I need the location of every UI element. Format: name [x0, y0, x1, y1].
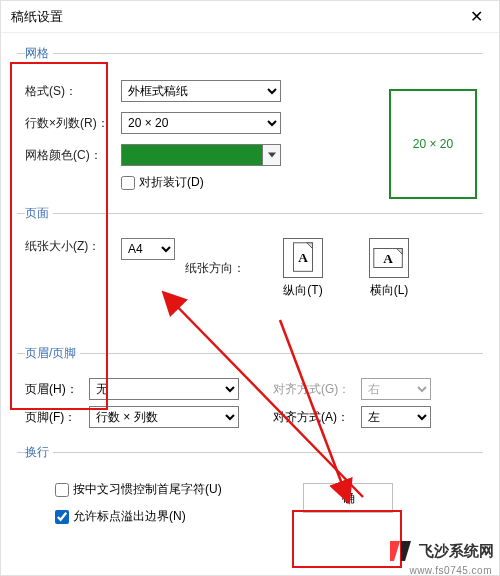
fold-checkbox[interactable] — [121, 176, 135, 190]
label-align-header: 对齐方式(G)： — [273, 381, 353, 398]
dialog-root: 稿纸设置 ✕ 网格 格式(S)： 外框式稿纸 行数×列数(R)： 20 × 20… — [0, 0, 500, 576]
format-select[interactable]: 外框式稿纸 — [121, 80, 281, 102]
align-header-select: 右 — [361, 378, 431, 400]
landscape-icon: A — [369, 238, 409, 278]
content-area: 网格 格式(S)： 外框式稿纸 行数×列数(R)： 20 × 20 网格颜色(C… — [1, 33, 499, 549]
label-rowscols: 行数×列数(R)： — [25, 115, 121, 132]
label-format: 格式(S)： — [25, 83, 121, 100]
landscape-label: 横向(L) — [370, 282, 409, 299]
label-gridcolor: 网格颜色(C)： — [25, 147, 121, 164]
papersize-select[interactable]: A4 — [121, 238, 175, 260]
svg-text:A: A — [298, 250, 308, 265]
gridcolor-swatch — [122, 145, 262, 165]
fold-label: 对折装订(D) — [139, 174, 204, 191]
cjk-wrap-label: 按中文习惯控制首尾字符(U) — [73, 481, 222, 498]
cjk-wrap-checkbox[interactable] — [55, 483, 69, 497]
portrait-icon: A — [283, 238, 323, 278]
group-wrap: 换行 按中文习惯控制首尾字符(U) 允许标点溢出边界(N) — [17, 444, 483, 541]
label-align-footer: 对齐方式(A)： — [273, 409, 353, 426]
overflow-label: 允许标点溢出边界(N) — [73, 508, 186, 525]
orientation-group: 纸张方向： A 纵向(T) — [185, 238, 417, 299]
group-wrap-legend: 换行 — [25, 444, 53, 461]
grid-preview-text: 20 × 20 — [413, 137, 453, 151]
overflow-checkbox[interactable] — [55, 510, 69, 524]
window-title: 稿纸设置 — [11, 8, 63, 26]
label-header: 页眉(H)： — [25, 381, 81, 398]
confirm-button[interactable]: 确 — [303, 483, 393, 513]
group-grid-legend: 网格 — [25, 45, 53, 62]
group-page-legend: 页面 — [25, 205, 53, 222]
orientation-portrait[interactable]: A 纵向(T) — [275, 238, 331, 299]
label-orientation: 纸张方向： — [185, 260, 245, 277]
titlebar: 稿纸设置 ✕ — [1, 1, 499, 33]
label-footer: 页脚(F)： — [25, 409, 81, 426]
rowscols-select[interactable]: 20 × 20 — [121, 112, 281, 134]
footer-select[interactable]: 行数 × 列数 — [89, 406, 239, 428]
group-headerfooter: 页眉/页脚 页眉(H)： 无 对齐方式(G)： 右 页脚(F)： 行数 × 列数… — [17, 345, 483, 440]
group-page: 页面 纸张大小(Z)： A4 纸张方向： A — [17, 205, 483, 341]
portrait-label: 纵向(T) — [283, 282, 322, 299]
chevron-down-icon — [262, 145, 280, 165]
grid-preview: 20 × 20 — [389, 89, 477, 199]
gridcolor-picker[interactable] — [121, 144, 281, 166]
group-hf-legend: 页眉/页脚 — [25, 345, 80, 362]
confirm-label: 确 — [342, 490, 355, 505]
align-footer-select[interactable]: 左 — [361, 406, 431, 428]
svg-text:A: A — [383, 251, 393, 266]
label-papersize: 纸张大小(Z)： — [25, 238, 121, 255]
close-icon[interactable]: ✕ — [464, 7, 489, 26]
header-select[interactable]: 无 — [89, 378, 239, 400]
orientation-landscape[interactable]: A 横向(L) — [361, 238, 417, 299]
